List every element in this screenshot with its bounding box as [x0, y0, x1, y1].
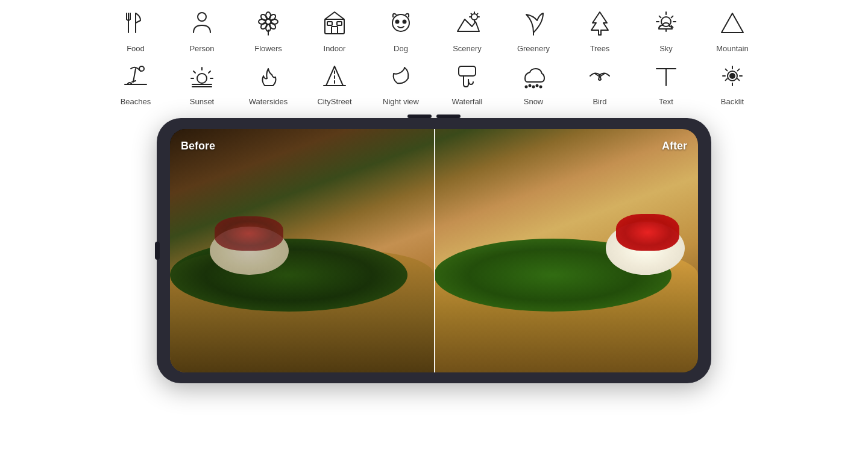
phone-top-pills: [407, 114, 461, 118]
svg-point-33: [139, 66, 144, 71]
icon-food: Food: [102, 6, 169, 57]
greenery-label: Greenery: [517, 44, 550, 53]
person-label: Person: [189, 44, 214, 53]
svg-line-32: [671, 16, 673, 18]
food-label: Food: [127, 44, 145, 53]
watersides-label: Watersides: [249, 97, 288, 106]
icon-backlit: Backlit: [699, 59, 766, 110]
icon-greenery: Greenery: [500, 6, 567, 57]
svg-point-20: [396, 20, 399, 24]
pill-2: [436, 114, 461, 118]
icon-sunset: Sunset: [169, 59, 235, 110]
backlit-label: Backlit: [721, 97, 744, 106]
icon-beaches: Beaches: [102, 59, 169, 110]
camera-dot: [155, 242, 160, 260]
svg-point-12: [260, 22, 268, 30]
icon-nightview: Night view: [368, 59, 434, 110]
svg-line-29: [659, 16, 661, 18]
phone-screen: Before After: [170, 129, 698, 372]
icon-flowers: Flowers: [235, 6, 301, 57]
svg-rect-47: [459, 66, 476, 76]
icon-mountain: Mountain: [699, 6, 766, 57]
flowers-label: Flowers: [254, 44, 282, 53]
svg-point-56: [730, 74, 735, 78]
icon-row-1: Food Person: [102, 6, 766, 57]
after-panel: [434, 129, 698, 372]
svg-point-50: [536, 85, 538, 87]
icon-trees: Trees: [567, 6, 633, 57]
beaches-label: Beaches: [121, 97, 151, 106]
bird-label: Bird: [593, 97, 606, 106]
phone-device: Before After: [157, 118, 711, 383]
svg-line-38: [209, 71, 210, 73]
svg-point-19: [392, 14, 409, 31]
phone-wrapper: Before After: [0, 118, 868, 383]
svg-point-35: [197, 74, 207, 83]
icon-dog: Dog: [368, 6, 434, 57]
scene-detection-icons: Food Person: [0, 0, 868, 112]
svg-line-62: [738, 79, 740, 81]
icon-scenery: Scenery: [434, 6, 500, 57]
svg-line-64: [738, 69, 740, 71]
snow-label: Snow: [524, 97, 544, 106]
icon-bird: Bird: [567, 59, 633, 110]
scenery-label: Scenery: [453, 44, 482, 53]
sky-label: Sky: [659, 44, 673, 53]
svg-point-4: [198, 13, 206, 21]
svg-point-52: [540, 86, 542, 88]
text-label: Text: [659, 97, 673, 106]
svg-rect-18: [337, 22, 342, 25]
trees-label: Trees: [590, 44, 610, 53]
svg-rect-16: [332, 27, 338, 34]
sunset-label: Sunset: [190, 97, 214, 106]
icon-indoor: Indoor: [301, 6, 368, 57]
svg-rect-17: [327, 22, 332, 25]
svg-point-10: [260, 13, 268, 22]
citystreet-label: CityStreet: [317, 97, 351, 106]
divider-line: [434, 129, 435, 372]
nightview-label: Night view: [383, 97, 419, 106]
indoor-label: Indoor: [324, 44, 346, 53]
mountain-label: Mountain: [716, 44, 748, 53]
icon-row-2: Beaches Sunset: [102, 59, 766, 110]
svg-line-61: [726, 69, 728, 71]
svg-point-21: [403, 20, 406, 24]
icon-sky: Sky: [633, 6, 699, 57]
before-label: Before: [181, 140, 215, 152]
svg-line-37: [193, 71, 195, 73]
before-panel: [170, 129, 434, 372]
waterfall-label: Waterfall: [452, 97, 483, 106]
icon-snow: Snow: [500, 59, 567, 110]
icon-watersides: Watersides: [235, 59, 301, 110]
svg-point-49: [533, 86, 535, 88]
svg-point-13: [268, 22, 277, 30]
icon-waterfall: Waterfall: [434, 59, 500, 110]
svg-point-11: [268, 13, 277, 22]
icon-person: Person: [169, 6, 235, 57]
svg-point-51: [526, 86, 527, 88]
pill-1: [407, 114, 432, 118]
icon-text: Text: [633, 59, 699, 110]
svg-line-63: [726, 79, 728, 81]
svg-point-48: [529, 85, 531, 87]
icon-citystreet: CityStreet: [301, 59, 368, 110]
after-label: After: [662, 140, 687, 152]
dog-label: Dog: [394, 44, 408, 53]
